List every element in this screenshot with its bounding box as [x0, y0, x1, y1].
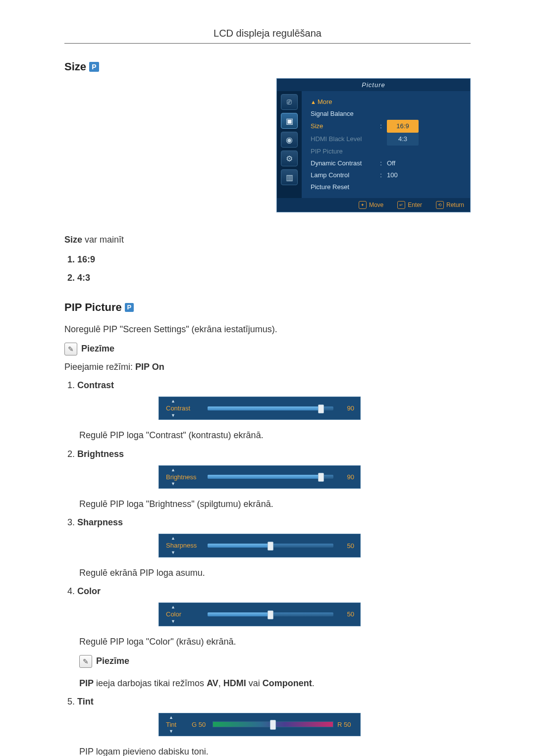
note-row: ✎ Piezīme	[79, 655, 471, 668]
pip-modes: Pieejamie režīmi: PIP On	[64, 360, 471, 373]
slider-track[interactable]	[208, 544, 333, 548]
osd-row-size[interactable]: Size: 16:9	[311, 120, 463, 133]
osd-row-signal-balance[interactable]: Signal Balance	[311, 108, 463, 120]
osd-row-hdmi-black[interactable]: HDMI Black Level 4:3	[311, 133, 463, 146]
slider-thumb[interactable]	[318, 473, 324, 482]
contrast-desc: Regulē PIP loga "Contrast" (kontrastu) e…	[79, 429, 471, 442]
slider-label: Brightness	[166, 469, 203, 486]
osd-footer-move: ✦Move	[359, 201, 383, 209]
osd-side-icons: ⎚ ▣ ◉ ⚙ ▥	[277, 91, 302, 198]
pip-item-sharpness-label: Sharpness	[77, 517, 123, 527]
slider-label: Color	[166, 606, 203, 623]
osd-footer-return: ⟲Return	[436, 201, 464, 209]
pip-title-text: PIP Picture	[64, 301, 122, 314]
size-intro: Size var mainīt	[64, 233, 471, 246]
pip-item-brightness-label: Brightness	[77, 449, 124, 459]
osd-row-more[interactable]: More	[311, 96, 463, 108]
slider-thumb[interactable]	[268, 610, 273, 619]
list-item: Brightness Brightness 90 Regulē PIP loga…	[77, 449, 471, 511]
osd-icon-sound[interactable]: ◉	[281, 132, 298, 148]
osd-icon-picture[interactable]: ▣	[281, 113, 298, 129]
tint-track[interactable]	[213, 721, 333, 727]
tint-r-value: R 50	[337, 721, 354, 728]
p-icon: P	[125, 303, 134, 312]
osd-menu-title: Picture	[277, 79, 470, 91]
list-item: Contrast Contrast 90 Regulē PIP loga "Co…	[77, 380, 471, 442]
osd-row-picture-reset[interactable]: Picture Reset	[311, 181, 463, 193]
size-title-text: Size	[64, 60, 86, 73]
osd-icon-setup[interactable]: ⚙	[281, 151, 298, 166]
section-size-title: Size P	[64, 60, 471, 73]
slider-track[interactable]	[208, 612, 333, 616]
pip-item-tint-label: Tint	[77, 697, 94, 706]
header-rule	[64, 43, 471, 44]
slider-track[interactable]	[208, 406, 333, 410]
slider-value: 50	[338, 542, 354, 550]
brightness-slider[interactable]: Brightness 90	[159, 465, 361, 489]
section-pip-title: PIP PictureP	[64, 301, 471, 314]
slider-thumb[interactable]	[318, 404, 324, 413]
p-icon: P	[89, 62, 99, 72]
osd-icon-multi[interactable]: ▥	[281, 169, 298, 185]
slider-value: 90	[338, 473, 354, 481]
osd-menu-rows: More Signal Balance Size: 16:9 HDMI Blac…	[302, 91, 470, 198]
osd-container: Picture ⎚ ▣ ◉ ⚙ ▥ More Signal Balance Si…	[99, 78, 471, 224]
note-row: ✎ Piezīme	[64, 343, 471, 355]
color-desc: Regulē PIP loga "Color" (krāsu) ekrānā.	[79, 635, 471, 648]
page-header: LCD displeja regulēšana	[64, 28, 471, 39]
slider-thumb[interactable]	[270, 720, 276, 730]
list-item: 4:3	[77, 271, 471, 284]
color-note: PIP ieeja darbojas tikai režīmos AV, HDM…	[79, 677, 471, 690]
slider-label: Tint	[166, 716, 188, 733]
pip-item-color-label: Color	[77, 586, 101, 596]
tint-slider[interactable]: Tint G 50 R 50	[159, 713, 361, 737]
osd-row-pip-picture[interactable]: PIP Picture	[311, 146, 463, 157]
osd-picture-menu: Picture ⎚ ▣ ◉ ⚙ ▥ More Signal Balance Si…	[276, 78, 471, 212]
osd-footer: ✦Move ↵Enter ⟲Return	[277, 198, 470, 212]
slider-label: Contrast	[166, 400, 203, 417]
pip-intro: Noregulē PIP "Screen Settings" (ekrāna i…	[64, 323, 471, 336]
brightness-desc: Regulē PIP loga "Brightness" (spilgtumu)…	[79, 498, 471, 510]
list-item: Tint Tint G 50 R 50 PIP logam pievieno d…	[77, 697, 471, 756]
osd-footer-enter: ↵Enter	[397, 201, 422, 209]
osd-row-dynamic-contrast[interactable]: Dynamic Contrast:Off	[311, 157, 463, 169]
list-item: Color Color 50 Regulē PIP loga "Color" (…	[77, 586, 471, 690]
osd-row-lamp-control[interactable]: Lamp Control:100	[311, 169, 463, 181]
osd-icon-input[interactable]: ⎚	[281, 94, 298, 110]
slider-track[interactable]	[208, 475, 333, 479]
pip-item-contrast-label: Contrast	[77, 380, 114, 390]
note-icon: ✎	[79, 655, 92, 668]
sharpness-desc: Regulē ekrānā PIP loga asumu.	[79, 566, 471, 579]
note-label: Piezīme	[81, 344, 114, 354]
list-item: 16:9	[77, 253, 471, 266]
contrast-slider[interactable]: Contrast 90	[159, 397, 361, 420]
note-icon: ✎	[64, 343, 77, 355]
size-list: 16:9 4:3	[64, 253, 471, 284]
sharpness-slider[interactable]: Sharpness 50	[159, 534, 361, 557]
slider-label: Sharpness	[166, 537, 203, 554]
tint-g-value: G 50	[192, 721, 209, 728]
pip-list: Contrast Contrast 90 Regulē PIP loga "Co…	[64, 380, 471, 756]
slider-value: 50	[338, 610, 354, 618]
slider-value: 90	[338, 404, 354, 412]
tint-desc: PIP logam pievieno dabisku toni.	[79, 745, 471, 756]
slider-thumb[interactable]	[268, 542, 273, 551]
list-item: Sharpness Sharpness 50 Regulē ekrānā PIP…	[77, 517, 471, 579]
color-slider[interactable]: Color 50	[159, 603, 361, 626]
note-label: Piezīme	[96, 656, 129, 666]
